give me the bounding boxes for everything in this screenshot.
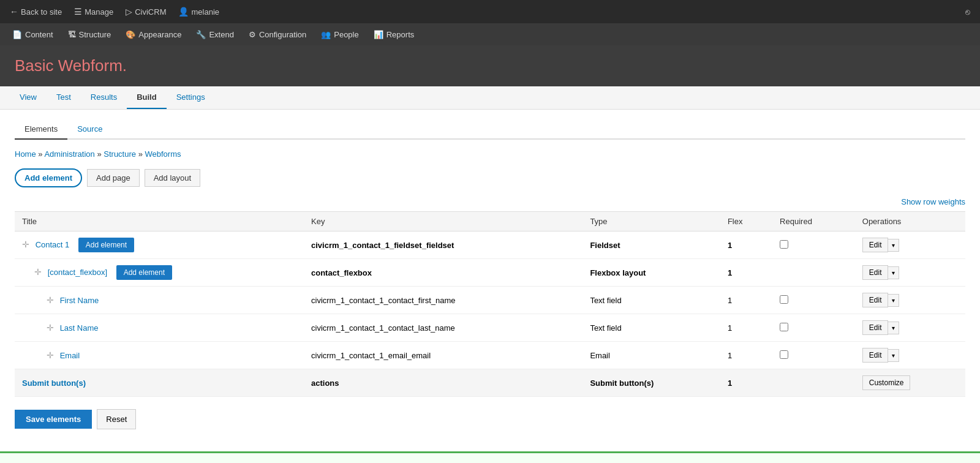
col-type: Type <box>582 212 720 232</box>
lastname-edit-button[interactable]: Edit <box>862 320 889 335</box>
row-key-cell: civicrm_1_contact_1_email_email <box>304 342 582 369</box>
row-type-cell: Email <box>582 342 720 369</box>
drag-handle[interactable]: ✛ <box>47 295 54 305</box>
row-flex-cell: 1 <box>720 259 772 287</box>
breadcrumb: Home » Administration » Structure » Webf… <box>15 149 965 159</box>
user-menu[interactable]: 👤 melanie <box>173 0 224 23</box>
row-key-cell: civicrm_1_contact_1_contact_first_name <box>304 287 582 314</box>
row-required-cell <box>772 342 855 369</box>
admin-bar-right[interactable]: ⎋ <box>960 0 975 23</box>
contact1-edit-button[interactable]: Edit <box>862 238 889 252</box>
row-ops-cell: Edit ▾ <box>855 232 965 259</box>
lastname-required-checkbox[interactable] <box>780 323 788 331</box>
success-bar: ✔ Webform Basic Webform elements saved. <box>0 451 980 463</box>
flexbox-dropdown-button[interactable]: ▾ <box>888 266 899 279</box>
row-required-cell <box>772 369 855 397</box>
success-icon: ✔ <box>15 461 24 463</box>
email-dropdown-button[interactable]: ▾ <box>888 349 899 362</box>
edit-group: Edit ▾ <box>862 265 958 280</box>
row-type-cell: Fieldset <box>582 232 720 259</box>
reset-button[interactable]: Reset <box>97 409 136 429</box>
sub-tab-source[interactable]: Source <box>67 119 112 140</box>
reports-icon: 📊 <box>374 30 383 39</box>
sub-tab-elements[interactable]: Elements <box>15 119 67 140</box>
flexbox-add-element[interactable]: Add element <box>116 265 172 280</box>
table-row: ✛ Last Name civicrm_1_contact_1_contact_… <box>15 314 965 342</box>
nav-reports[interactable]: 📊 Reports <box>366 23 422 45</box>
drag-handle[interactable]: ✛ <box>47 350 54 360</box>
breadcrumb-webforms[interactable]: Webforms <box>145 149 181 159</box>
tab-results[interactable]: Results <box>81 86 127 109</box>
manage-menu[interactable]: ☰ Manage <box>69 0 118 23</box>
row-title-cell: ✛ Contact 1 Add element <box>15 232 304 259</box>
breadcrumb-structure[interactable]: Structure <box>104 149 136 159</box>
row-title-cell: Submit button(s) <box>15 369 304 397</box>
row-key-cell: civicrm_1_contact_1_fieldset_fieldset <box>304 232 582 259</box>
nav-structure[interactable]: 🏗 Structure <box>61 23 119 45</box>
nav-configuration[interactable]: ⚙ Configuration <box>241 23 314 45</box>
col-flex: Flex <box>720 212 772 232</box>
email-link[interactable]: Email <box>60 351 80 360</box>
row-type-cell: Flexbox layout <box>582 259 720 287</box>
action-buttons: Add element Add page Add layout <box>15 168 965 187</box>
tab-settings[interactable]: Settings <box>167 86 215 109</box>
back-icon: ← <box>10 7 18 17</box>
config-icon: ⚙ <box>249 30 256 39</box>
firstname-dropdown-button[interactable]: ▾ <box>888 294 899 307</box>
drag-handle[interactable]: ✛ <box>34 267 42 277</box>
row-flex-cell: 1 <box>720 342 772 369</box>
save-elements-button[interactable]: Save elements <box>15 410 92 429</box>
row-flex-cell: 1 <box>720 232 772 259</box>
customize-button[interactable]: Customize <box>862 375 911 390</box>
drag-handle[interactable]: ✛ <box>47 323 54 333</box>
breadcrumb-administration[interactable]: Administration <box>44 149 94 159</box>
nav-appearance[interactable]: 🎨 Appearance <box>118 23 189 45</box>
contact1-required-checkbox[interactable] <box>780 240 788 249</box>
submit-link[interactable]: Submit button(s) <box>22 378 86 388</box>
breadcrumb-home[interactable]: Home <box>15 149 36 159</box>
row-type-cell: Submit button(s) <box>582 369 720 397</box>
email-required-checkbox[interactable] <box>780 350 788 359</box>
row-ops-cell: Edit ▾ <box>855 342 965 369</box>
tab-build[interactable]: Build <box>127 86 167 109</box>
edit-group: Edit ▾ <box>862 320 958 335</box>
tab-test[interactable]: Test <box>47 86 81 109</box>
show-row-weights[interactable]: Show row weights <box>15 197 965 206</box>
email-edit-button[interactable]: Edit <box>862 348 889 363</box>
row-ops-cell: Customize <box>855 369 965 397</box>
tab-view[interactable]: View <box>10 86 47 109</box>
save-area: Save elements Reset <box>15 409 965 429</box>
back-to-site[interactable]: ← Back to site <box>5 0 67 23</box>
drag-handle[interactable]: ✛ <box>22 239 29 249</box>
row-title-cell: ✛ [contact_flexbox] Add element <box>15 259 304 287</box>
firstname-link[interactable]: First Name <box>60 296 99 305</box>
add-layout-button[interactable]: Add layout <box>145 169 200 187</box>
lastname-link[interactable]: Last Name <box>60 323 99 333</box>
user-icon: 👤 <box>178 7 189 17</box>
lastname-dropdown-button[interactable]: ▾ <box>888 322 899 334</box>
firstname-edit-button[interactable]: Edit <box>862 293 889 307</box>
nav-content[interactable]: 📄 Content <box>5 23 61 45</box>
contact1-link[interactable]: Contact 1 <box>36 240 70 249</box>
add-page-button[interactable]: Add page <box>87 169 140 187</box>
flexbox-edit-button[interactable]: Edit <box>862 265 889 280</box>
row-required-cell <box>772 287 855 314</box>
row-required-cell <box>772 232 855 259</box>
civicrm-menu[interactable]: ▷ CiviCRM <box>121 0 171 23</box>
row-key-cell: civicrm_1_contact_1_contact_last_name <box>304 314 582 342</box>
nav-extend[interactable]: 🔧 Extend <box>189 23 241 45</box>
logout-icon: ⎋ <box>965 7 970 17</box>
nav-people[interactable]: 👥 People <box>314 23 366 45</box>
add-element-button[interactable]: Add element <box>15 168 82 187</box>
firstname-required-checkbox[interactable] <box>780 295 788 304</box>
menu-icon: ☰ <box>74 7 82 17</box>
table-row: ✛ [contact_flexbox] Add element contact_… <box>15 259 965 287</box>
row-flex-cell: 1 <box>720 369 772 397</box>
row-required-cell <box>772 314 855 342</box>
flexbox-link[interactable]: [contact_flexbox] <box>48 268 108 277</box>
contact1-dropdown-button[interactable]: ▾ <box>888 239 899 252</box>
row-required-cell <box>772 259 855 287</box>
contact1-add-element[interactable]: Add element <box>78 238 134 252</box>
extend-icon: 🔧 <box>196 30 206 39</box>
elements-table: Title Key Type Flex Required Operations … <box>15 211 965 397</box>
